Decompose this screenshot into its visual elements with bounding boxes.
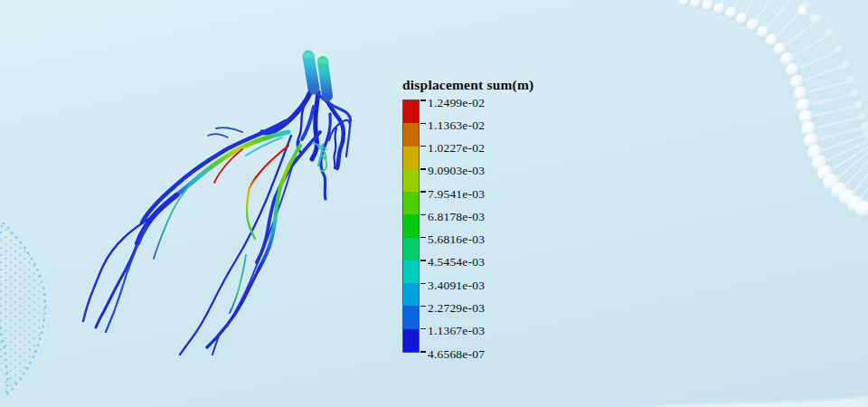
dna-helix-icon (679, 0, 868, 219)
colorbar-segment (403, 147, 419, 169)
colorbar-tick-label: 1.0227e-02 (428, 142, 485, 155)
visualization-canvas: displacement sum(m) 1.2499e-021.1363e-02… (0, 0, 868, 407)
colorbar-segment (403, 123, 419, 146)
colorbar-tick-label: 9.0903e-03 (428, 165, 485, 177)
colorbar-tick-label: 4.5454e-03 (428, 256, 485, 269)
colorbar-segment (403, 169, 419, 192)
colorbar-segment (403, 238, 419, 260)
colorbar-tick (420, 260, 426, 260)
colorbar-tick-label: 5.6816e-03 (428, 233, 485, 246)
colorbar-tick-label: 4.6568e-07 (428, 348, 485, 361)
colorbar-tick (420, 351, 426, 352)
colorbar-tick-label: 1.1367e-03 (428, 325, 485, 337)
legend-title: displacement sum(m) (402, 76, 529, 93)
colorbar-tick-label: 2.2729e-03 (428, 302, 485, 315)
colorbar-tick-label: 7.9541e-03 (428, 188, 485, 201)
colorbar-tick (420, 283, 426, 284)
colorbar-tick (420, 306, 426, 307)
colorbar (402, 99, 420, 353)
colorbar-tick (420, 168, 426, 169)
colorbar-segment (403, 260, 419, 283)
dna-dotted-icon (0, 159, 71, 407)
colorbar-tick-label: 1.1363e-02 (428, 119, 485, 132)
colorbar-tick-label: 3.4091e-03 (428, 279, 485, 292)
colorbar-segment (403, 192, 419, 214)
colorbar-wrap: 1.2499e-021.1363e-021.0227e-029.0903e-03… (402, 99, 529, 362)
colorbar-tick (420, 214, 426, 215)
colorbar-segment (403, 214, 419, 237)
colorbar-tick-label: 6.8178e-03 (428, 211, 485, 223)
colorbar-tick (420, 191, 426, 192)
colorbar-tick (420, 123, 426, 124)
colorbar-tick (420, 99, 426, 100)
colorbar-segment (403, 306, 419, 328)
colorbar-segment (403, 283, 419, 306)
bottom-edge-highlight (624, 397, 868, 407)
colorbar-tick (420, 237, 426, 238)
colorbar-tick-label: 1.2499e-02 (428, 97, 485, 109)
colorbar-segment (403, 100, 419, 123)
colorbar-tick (420, 146, 426, 147)
colorbar-tick (420, 328, 426, 329)
colorbar-segment (403, 329, 419, 352)
vessel-tree-graphic (83, 52, 350, 355)
displacement-legend: displacement sum(m) 1.2499e-021.1363e-02… (402, 76, 529, 362)
